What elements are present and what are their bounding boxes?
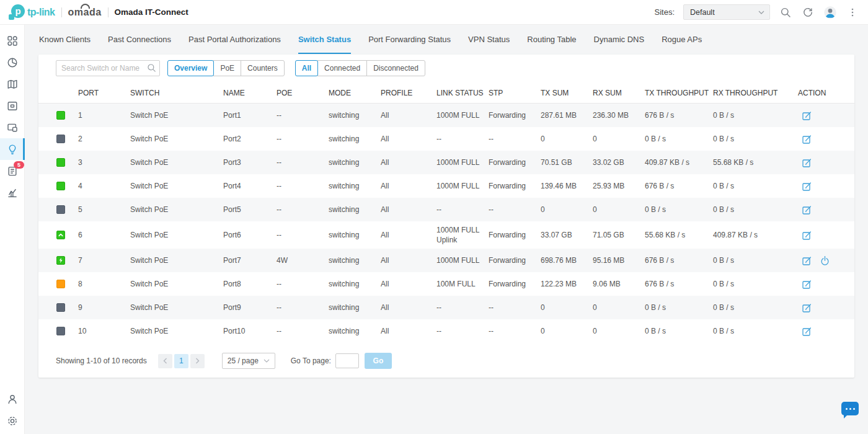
tab-vpn-status[interactable]: VPN Status <box>468 25 510 54</box>
log-badge: 5 <box>14 161 24 169</box>
cell-rx-sum: 0 <box>593 130 645 148</box>
sidebar-item-insight[interactable] <box>0 138 25 160</box>
edit-icon <box>802 157 812 168</box>
tab-switch-status[interactable]: Switch Status <box>298 25 351 54</box>
edit-action-button[interactable] <box>802 303 812 313</box>
cell-tx-throughput: 0 B / s <box>645 299 713 316</box>
cell-rx-throughput: 0 B / s <box>713 177 798 195</box>
sidebar-item-dashboard[interactable] <box>0 30 25 51</box>
table-body: 1 Switch PoE Port1 -- switching All 1000… <box>38 104 854 343</box>
next-page-button[interactable] <box>190 354 205 368</box>
edit-action-button[interactable] <box>802 134 812 144</box>
search-switch-input[interactable] <box>56 60 160 76</box>
page-size-select[interactable]: 25 / page <box>222 353 275 369</box>
port-status-icon <box>56 135 65 143</box>
sidebar-item-account[interactable] <box>0 388 25 410</box>
view-poe-button[interactable]: PoE <box>213 60 241 76</box>
cell-rx-throughput: 0 B / s <box>713 252 798 269</box>
tab-past-connections[interactable]: Past Connections <box>108 25 171 54</box>
cell-tx-sum: 0 <box>541 201 593 218</box>
sidebar-item-settings[interactable] <box>0 410 25 432</box>
table-row: 4 Switch PoE Port4 -- switching All 1000… <box>38 174 854 198</box>
cell-tx-sum: 287.61 MB <box>541 107 593 124</box>
sidebar-item-devices[interactable] <box>0 95 25 117</box>
chevron-right-icon <box>195 358 200 364</box>
cell-rx-throughput: 0 B / s <box>713 107 798 124</box>
page-number-button[interactable]: 1 <box>174 354 188 368</box>
cell-poe: -- <box>277 226 329 244</box>
port-status-cell <box>38 158 78 167</box>
edit-action-button[interactable] <box>802 157 812 168</box>
edit-action-button[interactable] <box>802 326 812 337</box>
uplink-arrow-icon <box>57 231 64 239</box>
column-header-tx-sum: TX SUM <box>541 89 593 97</box>
filter-connected-button[interactable]: Connected <box>317 60 367 76</box>
sidebar-item-map[interactable] <box>0 73 25 95</box>
cell-rx-throughput: 55.68 KB / s <box>713 154 798 171</box>
more-menu-button[interactable] <box>846 6 859 19</box>
site-select[interactable]: Default <box>683 4 770 20</box>
port-status-cell <box>38 205 78 214</box>
cell-rx-sum: 0 <box>593 201 645 218</box>
goto-page-input[interactable] <box>335 353 359 368</box>
sidebar-item-clients[interactable] <box>0 117 25 138</box>
cell-rx-sum: 0 <box>593 299 645 316</box>
tab-past-portal-authorizations[interactable]: Past Portal Authorizations <box>188 25 281 54</box>
cell-profile: All <box>381 252 436 269</box>
tab-routing-table[interactable]: Routing Table <box>527 25 576 54</box>
refresh-button[interactable] <box>801 6 815 19</box>
cell-tx-throughput: 676 B / s <box>645 275 713 293</box>
view-overview-button[interactable]: Overview <box>167 60 214 76</box>
table-row: 1 Switch PoE Port1 -- switching All 1000… <box>38 104 854 127</box>
column-header-switch: SWITCH <box>130 89 223 97</box>
tab-rogue-aps[interactable]: Rogue APs <box>662 25 702 54</box>
edit-action-button[interactable] <box>802 110 812 121</box>
cell-rx-sum: 25.93 MB <box>593 177 645 195</box>
port-status-icon <box>56 303 65 312</box>
cell-poe: -- <box>277 201 329 218</box>
account-avatar[interactable] <box>823 6 837 19</box>
edit-action-button[interactable] <box>802 279 812 290</box>
gear-icon <box>6 415 19 427</box>
table-row: 5 Switch PoE Port5 -- switching All -- -… <box>38 198 854 221</box>
cell-actions <box>798 303 854 313</box>
tab-port-forwarding-status[interactable]: Port Forwarding Status <box>368 25 451 54</box>
power-action-button[interactable] <box>820 255 830 266</box>
cell-mode: switching <box>329 107 381 124</box>
cell-poe: -- <box>277 107 329 124</box>
edit-action-button[interactable] <box>802 205 812 215</box>
filter-all-button[interactable]: All <box>295 60 318 76</box>
port-status-cell <box>38 327 78 335</box>
port-status-icon <box>56 280 65 288</box>
edit-action-button[interactable] <box>802 230 812 241</box>
cell-poe: -- <box>277 154 329 171</box>
cell-profile: All <box>381 275 436 293</box>
view-counters-button[interactable]: Counters <box>241 60 285 76</box>
cell-profile: All <box>381 107 436 124</box>
go-button[interactable]: Go <box>365 353 392 369</box>
sidebar-item-log[interactable]: 5 <box>0 160 25 182</box>
power-icon <box>820 255 830 266</box>
filter-disconnected-button[interactable]: Disconnected <box>366 60 425 76</box>
prev-page-button[interactable] <box>158 354 172 368</box>
port-status-cell <box>38 231 78 239</box>
sidebar-item-statistics[interactable] <box>0 51 25 73</box>
search-button[interactable] <box>779 6 792 19</box>
port-status-icon <box>56 327 65 335</box>
cell-name: Port2 <box>223 130 277 148</box>
cell-port: 6 <box>78 226 130 244</box>
cell-mode: switching <box>329 322 381 340</box>
sidebar-item-report[interactable] <box>0 182 25 203</box>
pagination-summary: Showing 1-10 of 10 records <box>56 356 147 365</box>
tab-known-clients[interactable]: Known Clients <box>39 25 91 54</box>
cell-link-status: -- <box>436 322 489 340</box>
port-status-icon <box>56 256 65 265</box>
cell-rx-throughput: 0 B / s <box>713 322 798 340</box>
cell-actions <box>798 181 854 192</box>
chat-widget-button[interactable] <box>841 402 859 415</box>
filter-button-group: AllConnectedDisconnected <box>295 60 425 76</box>
cell-link-status: 1000M FULL <box>436 177 489 195</box>
edit-action-button[interactable] <box>802 255 812 266</box>
edit-action-button[interactable] <box>802 181 812 192</box>
tab-dynamic-dns[interactable]: Dynamic DNS <box>594 25 645 54</box>
